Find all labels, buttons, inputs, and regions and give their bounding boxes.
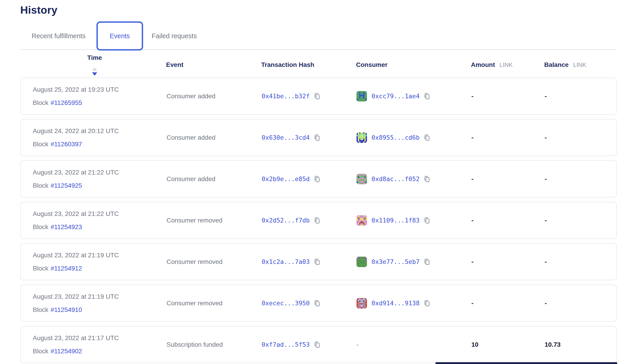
tab-failed-requests[interactable]: Failed requests (146, 21, 202, 51)
consumer-cell: 0xcc79...1ae4 (356, 91, 472, 102)
copy-icon[interactable] (423, 299, 431, 307)
copy-icon[interactable] (423, 175, 431, 183)
balance-cell: - (545, 176, 616, 183)
block-number-link[interactable]: #11254902 (50, 348, 82, 355)
copy-icon[interactable] (313, 299, 321, 307)
tx-hash-link[interactable]: 0xecec...3950 (262, 300, 310, 307)
event-cell: Consumer added (166, 92, 262, 100)
tx-hash-link[interactable]: 0xf7ad...5f53 (262, 341, 310, 348)
event-label: Consumer added (166, 176, 216, 183)
sort-control[interactable] (92, 67, 97, 76)
column-header-transaction-hash: Transaction Hash (261, 61, 356, 68)
consumer-cell: 0x3e77...5eb7 (356, 256, 472, 267)
tab-recent-fulfillments[interactable]: Recent fulfillments (26, 21, 91, 51)
copy-icon[interactable] (313, 258, 321, 266)
tx-hash-link[interactable]: 0x630e...3cd4 (262, 134, 310, 141)
balance-cell: - (545, 134, 616, 141)
balance-value: - (545, 134, 547, 141)
event-label: Subscription funded (166, 341, 223, 348)
tab-bar: Recent fulfillments Events Failed reques… (20, 21, 617, 51)
consumer-address-link[interactable]: 0x3e77...5eb7 (372, 258, 420, 265)
consumer-avatar (356, 91, 367, 102)
column-header-consumer: Consumer (356, 61, 471, 68)
sort-desc-icon (92, 72, 97, 76)
balance-value: 10.73 (545, 341, 560, 348)
column-header-event: Event (166, 61, 261, 68)
copy-icon[interactable] (313, 340, 321, 349)
amount-value: - (472, 176, 474, 183)
tx-hash-link[interactable]: 0x1c2a...7a03 (262, 258, 310, 265)
copy-icon[interactable] (313, 216, 321, 224)
consumer-address-link[interactable]: 0x1109...1f83 (372, 217, 420, 224)
consumer-avatar (356, 298, 367, 308)
amount-value: - (472, 134, 474, 141)
tx-cell: 0xecec...3950 (262, 299, 356, 307)
partial-bottom-banner (436, 362, 617, 364)
table-row: August 24, 2022 at 20:12 UTC Block #1126… (20, 119, 617, 156)
row-date: August 23, 2022 at 21:19 UTC (33, 293, 119, 300)
balance-unit-label: LINK (573, 62, 586, 68)
copy-icon[interactable] (423, 134, 431, 142)
consumer-cell: - (356, 341, 472, 348)
event-label: Consumer removed (166, 300, 222, 307)
block-number-link[interactable]: #11265955 (50, 99, 82, 106)
block-number-link[interactable]: #11254912 (50, 265, 82, 272)
copy-icon[interactable] (313, 134, 321, 142)
amount-cell: - (472, 217, 545, 224)
copy-icon[interactable] (423, 92, 431, 100)
copy-icon[interactable] (423, 258, 431, 266)
block-label: Block (33, 224, 48, 231)
event-label: Consumer removed (166, 258, 222, 266)
time-cell: August 23, 2022 at 21:19 UTC Block #1125… (33, 293, 166, 314)
tx-hash-link[interactable]: 0x41be...b32f (262, 92, 310, 100)
consumer-avatar (356, 174, 367, 184)
row-date: August 23, 2022 at 21:22 UTC (33, 169, 119, 176)
table-row: August 23, 2022 at 21:17 UTC Block #1125… (20, 326, 617, 363)
time-header-label: Time (87, 54, 102, 62)
consumer-address-link[interactable]: 0xcc79...1ae4 (372, 92, 420, 100)
history-page: History Recent fulfillments Events Faile… (0, 0, 632, 363)
tab-events[interactable]: Events (96, 22, 143, 50)
block-line: Block #11254912 (33, 265, 82, 272)
table-row: August 23, 2022 at 21:19 UTC Block #1125… (20, 243, 617, 280)
block-line: Block #11265955 (33, 99, 82, 106)
amount-unit-label: LINK (500, 62, 513, 68)
column-header-amount: Amount LINK (471, 61, 544, 68)
copy-icon[interactable] (313, 92, 321, 100)
block-label: Block (33, 99, 48, 106)
time-cell: August 23, 2022 at 21:22 UTC Block #1125… (33, 169, 166, 189)
column-header-time: Time (32, 54, 166, 76)
event-cell: Consumer added (166, 134, 262, 141)
amount-value: - (472, 258, 474, 266)
consumer-address-link[interactable]: 0xd914...9138 (372, 300, 420, 307)
event-label: Consumer removed (166, 217, 222, 224)
amount-cell: - (472, 176, 545, 183)
amount-cell: - (472, 92, 545, 100)
amount-cell: 10 (472, 341, 545, 348)
amount-value: - (472, 217, 474, 224)
block-number-link[interactable]: #11254923 (50, 224, 82, 231)
block-number-link[interactable]: #11260397 (50, 140, 82, 148)
row-date: August 23, 2022 at 21:17 UTC (33, 334, 119, 342)
row-date: August 23, 2022 at 21:22 UTC (33, 210, 119, 218)
consumer-address-link[interactable]: 0x8955...cd6b (372, 134, 420, 141)
copy-icon[interactable] (313, 175, 321, 183)
consumer-cell: 0xd914...9138 (356, 298, 472, 308)
time-cell: August 23, 2022 at 21:22 UTC Block #1125… (33, 210, 166, 231)
consumer-address-link[interactable]: 0xd8ac...f052 (372, 176, 420, 182)
balance-cell: 10.73 (545, 341, 616, 348)
block-number-link[interactable]: #11254910 (50, 306, 82, 314)
time-cell: August 24, 2022 at 20:12 UTC Block #1126… (33, 128, 166, 148)
block-label: Block (33, 140, 48, 148)
event-rows: August 25, 2022 at 19:23 UTC Block #1126… (20, 78, 617, 363)
time-cell: August 23, 2022 at 21:19 UTC Block #1125… (33, 252, 166, 272)
tx-hash-link[interactable]: 0x2d52...f7db (262, 217, 310, 224)
block-number-link[interactable]: #11254925 (50, 182, 82, 189)
amount-cell: - (472, 258, 545, 266)
block-line: Block #11254925 (33, 182, 82, 189)
balance-cell: - (545, 92, 616, 100)
tx-hash-link[interactable]: 0x2b9e...e85d (262, 176, 310, 182)
amount-header-label: Amount (471, 61, 495, 68)
balance-value: - (545, 258, 547, 266)
copy-icon[interactable] (423, 216, 431, 224)
